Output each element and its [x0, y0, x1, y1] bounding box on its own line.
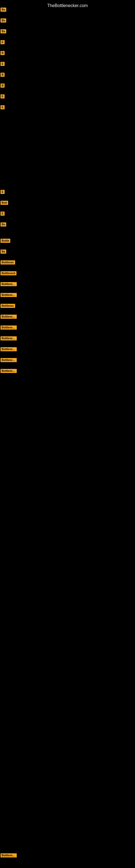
- bottleneck-badge-2[interactable]: Bo: [1, 19, 6, 23]
- bottleneck-badge-15[interactable]: Bottle: [1, 239, 10, 243]
- bottleneck-badge-10[interactable]: E: [1, 105, 5, 109]
- bottleneck-badge-6[interactable]: E: [1, 62, 5, 66]
- bottleneck-badge-19[interactable]: Bottleneck re: [1, 282, 17, 286]
- bottleneck-badge-14[interactable]: Bo: [1, 222, 6, 226]
- bottleneck-badge-27[interactable]: Bottleneck resu: [1, 369, 17, 373]
- bottleneck-badge-17[interactable]: Bottlenec: [1, 260, 15, 265]
- bottleneck-badge-24[interactable]: Bottleneck resu: [1, 336, 17, 340]
- bottleneck-badge-22[interactable]: Bottleneck re: [1, 315, 17, 319]
- bottleneck-badge-7[interactable]: B: [1, 73, 5, 77]
- bottleneck-badge-1[interactable]: Bo: [1, 8, 6, 12]
- bottleneck-badge-26[interactable]: Bottleneck resu: [1, 358, 17, 362]
- bottleneck-badge-4[interactable]: E: [1, 40, 5, 44]
- site-title: TheBottlenecker.com: [0, 1, 135, 10]
- bottleneck-badge-11[interactable]: E: [1, 190, 5, 194]
- bottleneck-badge-13[interactable]: E: [1, 212, 5, 216]
- bottleneck-badge-28[interactable]: Bottleneck res: [1, 854, 17, 858]
- bottleneck-badge-9[interactable]: E: [1, 94, 5, 98]
- bottleneck-badge-20[interactable]: Bottleneck r: [1, 293, 17, 297]
- bottleneck-badge-8[interactable]: B: [1, 84, 5, 88]
- bottleneck-badge-3[interactable]: Ba: [1, 29, 6, 33]
- bottleneck-badge-5[interactable]: B: [1, 51, 5, 55]
- bottleneck-badge-12[interactable]: Bott: [1, 201, 8, 205]
- bottleneck-badge-16[interactable]: Ba: [1, 250, 6, 254]
- bottleneck-badge-23[interactable]: Bottleneck resu: [1, 326, 17, 330]
- bottleneck-badge-25[interactable]: Bottleneck resu: [1, 347, 17, 351]
- bottleneck-badge-21[interactable]: Bottlenec: [1, 304, 15, 308]
- bottleneck-badge-18[interactable]: Bottleneck: [1, 271, 16, 275]
